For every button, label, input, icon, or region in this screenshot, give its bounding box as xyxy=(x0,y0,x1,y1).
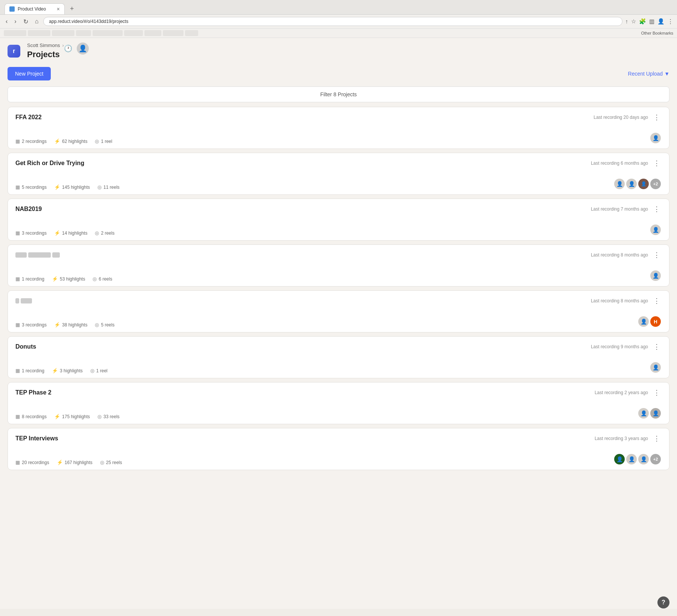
refresh-btn[interactable]: ↻ xyxy=(21,17,30,26)
project-avatars: 👤👤👤+2 xyxy=(613,453,662,465)
project-meta-right: Last recording 2 years ago ⋮ xyxy=(595,388,662,397)
project-menu-button[interactable]: ⋮ xyxy=(652,388,662,397)
project-menu-button[interactable]: ⋮ xyxy=(652,343,662,351)
recordings-count: 1 recording xyxy=(22,368,44,373)
address-bar[interactable]: app.reduct.video/#/o/4143dd19/projects xyxy=(43,17,622,26)
project-meta-right: Last recording 9 months ago ⋮ xyxy=(591,343,662,351)
project-name[interactable]: TEP Phase 2 xyxy=(15,389,52,396)
reels-count: 25 reels xyxy=(106,460,122,465)
user-avatar[interactable]: 👤 xyxy=(77,42,89,55)
dropdown-arrow-icon: ▼ xyxy=(664,71,669,77)
project-menu-button[interactable]: ⋮ xyxy=(652,159,662,167)
last-recording-text: Last recording 9 months ago xyxy=(591,344,648,349)
highlights-stat: ⚡ 62 highlights xyxy=(54,138,87,144)
bookmark-item[interactable] xyxy=(93,30,123,36)
recordings-stat: ▦ 1 recording xyxy=(15,276,44,282)
active-tab[interactable]: Product Video × xyxy=(5,3,65,14)
history-icon[interactable]: 🕐 xyxy=(64,44,72,53)
last-recording-text: Last recording 3 years ago xyxy=(595,436,648,441)
redacted-block xyxy=(21,298,32,303)
project-card: FFA 2022 Last recording 20 days ago ⋮ ▦ … xyxy=(8,107,669,149)
bookmark-item[interactable] xyxy=(124,30,143,36)
bookmark-item[interactable] xyxy=(28,30,50,36)
new-project-button[interactable]: New Project xyxy=(8,67,51,80)
project-name[interactable]: Get Rich or Drive Trying xyxy=(15,160,84,167)
app-header-left: r Scott Simmons › Projects xyxy=(8,42,64,59)
project-name[interactable]: FFA 2022 xyxy=(15,114,42,121)
project-stats: ▦ 3 recordings ⚡ 14 highlights ◎ 2 reels xyxy=(15,230,114,236)
project-avatars: 👤 xyxy=(650,361,662,373)
project-menu-button[interactable]: ⋮ xyxy=(652,297,662,305)
project-name[interactable]: Donuts xyxy=(15,343,36,350)
filter-bar[interactable]: Filter 8 Projects xyxy=(8,86,669,102)
project-stats: ▦ 1 recording ⚡ 53 highlights ◎ 6 reels xyxy=(15,276,112,282)
project-header: NAB2019 Last recording 7 months ago ⋮ xyxy=(15,205,662,213)
project-meta-right: Last recording 8 months ago ⋮ xyxy=(591,251,662,259)
project-menu-button[interactable]: ⋮ xyxy=(652,205,662,213)
project-name-redacted xyxy=(15,252,60,258)
project-name-redacted xyxy=(15,298,32,303)
project-menu-button[interactable]: ⋮ xyxy=(652,113,662,121)
tab-title: Product Video xyxy=(18,6,46,12)
back-btn[interactable]: ‹ xyxy=(4,17,9,26)
bookmark-item[interactable] xyxy=(4,30,26,36)
extensions-icon[interactable]: 🧩 xyxy=(639,18,646,25)
project-body: ▦ 1 recording ⚡ 3 highlights ◎ 1 reel 👤 xyxy=(15,355,662,373)
highlights-icon: ⚡ xyxy=(57,460,63,465)
project-menu-button[interactable]: ⋮ xyxy=(652,251,662,259)
recordings-stat: ▦ 1 recording xyxy=(15,368,44,373)
project-stats: ▦ 8 recordings ⚡ 175 highlights ◎ 33 ree… xyxy=(15,414,120,419)
reels-count: 11 reels xyxy=(103,185,120,190)
menu-icon[interactable]: ⋮ xyxy=(668,18,673,25)
project-card: Last recording 8 months ago ⋮ ▦ 3 record… xyxy=(8,290,669,332)
reels-icon: ◎ xyxy=(97,414,102,419)
last-recording-text: Last recording 7 months ago xyxy=(591,206,648,212)
share-icon[interactable]: ↑ xyxy=(625,18,628,25)
project-menu-button[interactable]: ⋮ xyxy=(652,434,662,443)
recordings-count: 3 recordings xyxy=(22,322,47,328)
project-card: TEP Phase 2 Last recording 2 years ago ⋮… xyxy=(8,382,669,424)
project-header: Get Rich or Drive Trying Last recording … xyxy=(15,159,662,167)
reels-icon: ◎ xyxy=(95,322,99,328)
highlights-icon: ⚡ xyxy=(54,322,60,328)
app-header-right: 🕐 👤 xyxy=(64,42,89,55)
bookmark-item[interactable] xyxy=(144,30,161,36)
project-name[interactable]: TEP Interviews xyxy=(15,435,58,442)
highlights-stat: ⚡ 38 highlights xyxy=(54,322,87,328)
project-avatar: 👤 xyxy=(638,178,650,190)
recordings-icon: ▦ xyxy=(15,322,20,328)
bookmark-item[interactable] xyxy=(185,30,198,36)
browser-tabs: Product Video × + xyxy=(5,3,672,14)
bookmark-icon[interactable]: ☆ xyxy=(631,18,636,25)
recordings-stat: ▦ 3 recordings xyxy=(15,322,47,328)
forward-btn[interactable]: › xyxy=(12,17,18,26)
tab-favicon xyxy=(9,6,15,12)
other-bookmarks[interactable]: Other Bookmarks xyxy=(641,31,673,35)
recordings-stat: ▦ 8 recordings xyxy=(15,414,47,419)
breadcrumb-user[interactable]: Scott Simmons xyxy=(27,42,60,48)
bookmark-item[interactable] xyxy=(76,30,91,36)
reels-count: 2 reels xyxy=(101,231,114,236)
reels-count: 33 reels xyxy=(103,414,120,419)
recordings-count: 3 recordings xyxy=(22,231,47,236)
bookmark-item[interactable] xyxy=(52,30,74,36)
redacted-block xyxy=(15,298,19,303)
project-meta-right: Last recording 8 months ago ⋮ xyxy=(591,297,662,305)
project-body: ▦ 8 recordings ⚡ 175 highlights ◎ 33 ree… xyxy=(15,401,662,419)
highlights-count: 167 highlights xyxy=(65,460,93,465)
project-header: Last recording 8 months ago ⋮ xyxy=(15,297,662,305)
project-name[interactable]: NAB2019 xyxy=(15,206,42,212)
tab-close-btn[interactable]: × xyxy=(57,6,60,12)
recordings-count: 2 recordings xyxy=(22,139,47,144)
highlights-count: 14 highlights xyxy=(62,231,87,236)
help-button[interactable]: ? xyxy=(657,596,669,608)
sidebar-icon[interactable]: ▥ xyxy=(649,18,654,25)
home-btn[interactable]: ⌂ xyxy=(33,17,41,26)
recent-upload-link[interactable]: Recent Upload ▼ xyxy=(628,71,669,77)
new-tab-btn[interactable]: + xyxy=(66,3,78,14)
profile-icon[interactable]: 👤 xyxy=(657,18,665,25)
redacted-block xyxy=(28,252,51,258)
recordings-stat: ▦ 2 recordings xyxy=(15,138,47,144)
highlights-stat: ⚡ 175 highlights xyxy=(54,414,90,419)
bookmark-item[interactable] xyxy=(163,30,184,36)
